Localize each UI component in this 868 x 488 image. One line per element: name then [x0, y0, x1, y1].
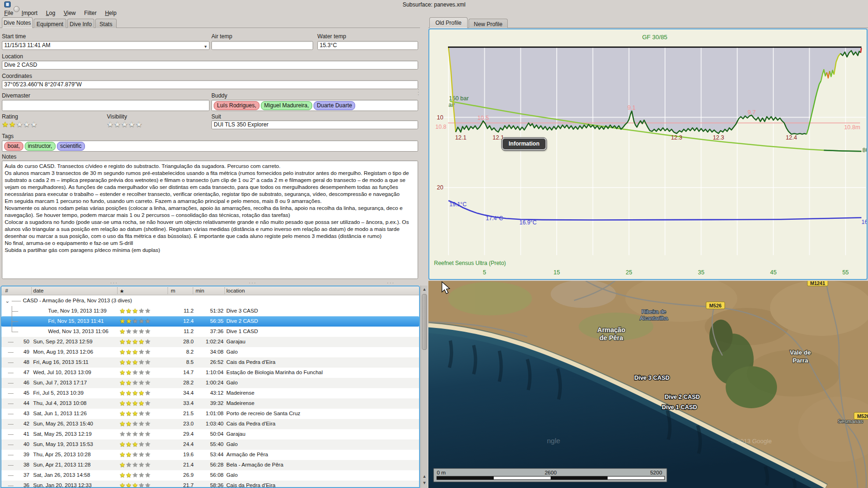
- dive-row[interactable]: 45Fri, Jul 5, 2013 10:39★★★★★34.443:12Ma…: [1, 388, 419, 398]
- dive-duration: 53:44: [194, 452, 224, 457]
- notes-textarea[interactable]: Aula do curso CASD. Transectos c/video e…: [2, 160, 418, 279]
- tag-chip[interactable]: scientific: [57, 142, 85, 151]
- chevron-down-icon[interactable]: ▾: [204, 43, 207, 50]
- column-header-num[interactable]: #: [5, 288, 8, 293]
- column-header-location[interactable]: location: [226, 288, 245, 293]
- dive-rating: ★★★★★: [119, 338, 151, 345]
- dive-rating: ★★★★★: [119, 451, 151, 458]
- star-icon: ★: [145, 481, 151, 488]
- menu-item-help[interactable]: Help: [101, 9, 121, 17]
- start-time-combobox[interactable]: 11/15/13 11:41 AM ▾: [2, 41, 210, 50]
- dive-depth: 33.4: [160, 400, 194, 406]
- splitter-handle[interactable]: ···: [249, 280, 257, 286]
- menu-item-import[interactable]: Import: [17, 9, 42, 17]
- star-icon: ★: [139, 379, 145, 386]
- trip-group-row[interactable]: ⌄CASD - Armação de Pêra, Nov 2013 (3 div…: [1, 296, 419, 306]
- dive-list-header[interactable]: #date★mminlocation: [1, 286, 419, 295]
- column-header-date[interactable]: date: [33, 288, 43, 293]
- tags-label: Tags: [2, 133, 14, 139]
- column-header-m[interactable]: m: [171, 288, 175, 293]
- menu-item-log[interactable]: Log: [42, 9, 59, 17]
- splitter-handle[interactable]: ···: [110, 280, 118, 286]
- dive-number: 42: [1, 421, 29, 426]
- dive-location-map[interactable]: Armação de Pêra Vale de Parra Ribeira de…: [428, 281, 868, 488]
- menu-item-file[interactable]: File: [0, 9, 17, 17]
- dive-row[interactable]: 39Thu, Apr 25, 2013 10:28★★★★★19.653:44A…: [1, 450, 419, 460]
- rating-stars[interactable]: ★★★★★: [2, 120, 38, 129]
- scroll-down-icon[interactable]: ▼: [422, 481, 427, 485]
- dive-row[interactable]: Tue, Nov 19, 2013 11:39★★★★★11.251:32Div…: [1, 306, 419, 316]
- dive-profile-panel[interactable]: 10.8150 barair8019.1°C17.4°C16.9°C1612.1…: [428, 28, 868, 280]
- tag-chip[interactable]: boat,: [4, 142, 23, 151]
- dive-row[interactable]: 46Sun, Jul 7, 2013 17:17★★★★★28.21:00:24…: [1, 378, 419, 388]
- tab-old-profile[interactable]: Old Profile: [429, 17, 468, 28]
- column-separator[interactable]: [193, 287, 193, 294]
- dive-rating: ★★★★★: [119, 348, 151, 356]
- suit-input[interactable]: DUI TLS 350 Explorer: [211, 120, 418, 129]
- dive-row[interactable]: 47Wed, Jul 10, 2013 13:09★★★★★14.71:10:0…: [1, 368, 419, 378]
- notes-label: Notes: [2, 153, 16, 160]
- time-axis-tick: 15: [553, 269, 560, 276]
- tab-new-profile[interactable]: New Profile: [469, 19, 508, 28]
- information-tooltip[interactable]: Information: [502, 138, 546, 150]
- star-icon: ★: [139, 328, 145, 335]
- buddy-chip[interactable]: Miguel Madureira,: [261, 101, 312, 110]
- tags-input[interactable]: boat,instructor,scientific: [2, 140, 418, 152]
- buddy-chip[interactable]: Duarte Duarte: [314, 101, 355, 110]
- dive-row-selected[interactable]: Fri, Nov 15, 2013 11:41★★★★★12.456:35Div…: [1, 316, 419, 327]
- menu-item-filter[interactable]: Filter: [80, 9, 101, 17]
- splitter-handle[interactable]: ···: [387, 280, 395, 286]
- buddy-input[interactable]: Luís Rodrigues,Miguel Madureira,Duarte D…: [211, 100, 418, 111]
- menu-item-view[interactable]: View: [59, 9, 80, 17]
- scroll-up-icon[interactable]: ▲: [422, 474, 427, 479]
- tab-dive-notes[interactable]: Dive Notes: [2, 17, 33, 28]
- column-separator[interactable]: [224, 287, 225, 294]
- max-depth-label: 12.4: [786, 134, 797, 141]
- air-temp-input[interactable]: [211, 41, 313, 50]
- dive-row[interactable]: 43Sat, Jun 1, 2013 11:26★★★★★21.51:01:08…: [1, 409, 419, 419]
- dive-duration: 56:08: [194, 472, 224, 478]
- buddy-chip[interactable]: Luís Rodrigues,: [214, 101, 259, 110]
- depth-profile-line: [861, 48, 861, 53]
- dive-duration: 1:02:24: [194, 339, 224, 344]
- star-icon: ★: [139, 420, 145, 427]
- column-header-stars[interactable]: ★: [119, 288, 124, 294]
- vertical-splitter-handle[interactable]: ···: [416, 89, 421, 97]
- tab-equipment[interactable]: Equipment: [34, 19, 66, 28]
- dive-row[interactable]: 50Sun, Sep 22, 2013 12:59★★★★★28.01:02:2…: [1, 337, 419, 347]
- star-icon: ★: [128, 121, 135, 128]
- dive-row[interactable]: 37Sat, Jan 26, 2013 14:58★★★★★26.956:08G…: [1, 470, 419, 481]
- dive-list-scrollbar[interactable]: ▲ ▲ ▼: [420, 286, 427, 488]
- dive-row[interactable]: 38Sun, Apr 21, 2013 11:28★★★★★21.456:28B…: [1, 460, 419, 470]
- dive-profile-chart[interactable]: 10.8150 barair8019.1°C17.4°C16.9°C1612.1…: [429, 29, 867, 279]
- column-separator[interactable]: [168, 287, 168, 294]
- tag-chip[interactable]: instructor,: [25, 142, 56, 151]
- coordinates-input[interactable]: 37°05'23.460"N 8°20'47.879"W: [2, 80, 418, 89]
- dive-number: 44: [1, 400, 29, 406]
- column-separator[interactable]: [31, 287, 32, 294]
- dive-row[interactable]: 40Sun, May 19, 2013 15:53★★★★★24.455:40G…: [1, 439, 419, 450]
- dive-row[interactable]: 36Sun, Jan 20, 2013 12:33★★★★★21.758:36C…: [1, 481, 419, 488]
- dive-row[interactable]: 41Sat, May 25, 2013 12:19★★★★★29.450:04G…: [1, 429, 419, 439]
- dive-duration: 34:08: [194, 349, 224, 355]
- dive-row[interactable]: 42Sun, May 26, 2013 15:40★★★★★23.01:03:4…: [1, 419, 419, 429]
- scroll-up-icon[interactable]: ▲: [422, 287, 427, 292]
- star-icon: ★: [145, 420, 151, 427]
- water-temp-input[interactable]: 15.3°C: [317, 41, 418, 50]
- tab-dive-info[interactable]: Dive Info: [67, 19, 94, 28]
- dive-row[interactable]: Wed, Nov 13, 2013 11:06★★★★★11.237:36Div…: [1, 327, 419, 337]
- tab-stats[interactable]: Stats: [95, 19, 117, 28]
- star-icon: ★: [119, 358, 126, 366]
- column-separator[interactable]: [117, 287, 118, 294]
- dive-row[interactable]: 44Thu, Jul 4, 2013 10:08★★★★★33.439:32Ma…: [1, 398, 419, 409]
- scrollbar-thumb[interactable]: [422, 294, 427, 350]
- visibility-stars[interactable]: ★★★★★: [107, 120, 143, 129]
- divemaster-input[interactable]: [2, 100, 210, 111]
- dive-row[interactable]: 48Fri, Aug 16, 2013 15:11★★★★★8.526:52Ca…: [1, 357, 419, 368]
- column-header-min[interactable]: min: [196, 288, 204, 293]
- dive-depth: 8.5: [160, 359, 194, 365]
- collapse-arrow-icon[interactable]: ⌄: [5, 298, 10, 304]
- location-input[interactable]: Dive 2 CASD: [2, 61, 418, 70]
- dive-row[interactable]: 49Mon, Aug 19, 2013 12:06★★★★★8.234:08Ga…: [1, 347, 419, 357]
- dive-number: 47: [1, 369, 29, 375]
